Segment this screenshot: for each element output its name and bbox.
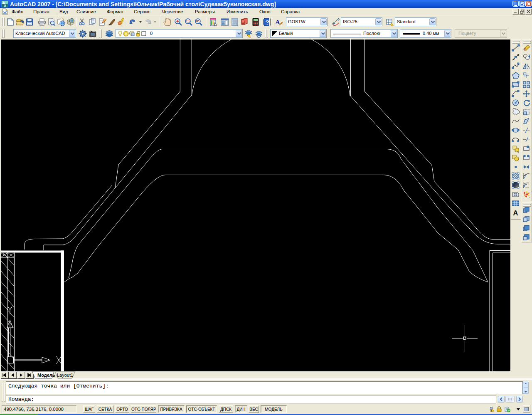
svg-text:A: A <box>513 209 518 217</box>
svg-text:!: ! <box>491 410 492 412</box>
svg-text:?: ? <box>265 19 269 26</box>
svg-text:A: A <box>276 19 280 25</box>
